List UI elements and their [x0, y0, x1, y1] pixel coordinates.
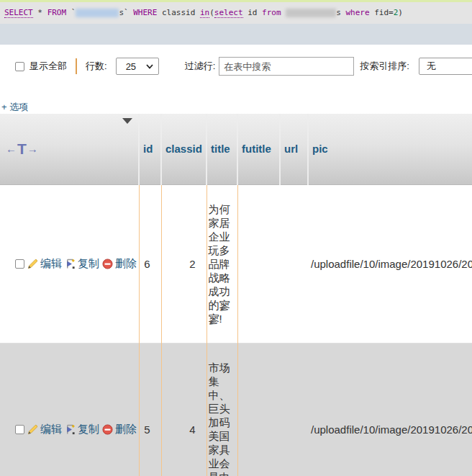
sql-text: ) — [398, 8, 403, 17]
query-box-footer — [0, 24, 472, 45]
sort-by-index-value: 无 — [427, 60, 436, 73]
sort-by-index-label: 按索引排序: — [360, 60, 409, 73]
sql-text: classid — [157, 8, 200, 17]
cell-futitle — [237, 184, 280, 343]
sql-text: fid= — [370, 8, 394, 17]
edit-row-link[interactable]: 编辑 — [27, 423, 62, 436]
cell-id: 5 — [139, 343, 161, 476]
sql-text — [281, 8, 286, 17]
delete-label: 删除 — [115, 423, 137, 436]
rows-count-select[interactable]: 25 — [116, 58, 159, 75]
edit-label: 编辑 — [40, 423, 62, 436]
sql-text: s` — [119, 8, 133, 17]
sql-text: ( — [209, 8, 214, 17]
sql-keyword-in-link[interactable]: in — [200, 8, 209, 18]
filter-rows-input[interactable] — [219, 57, 354, 76]
sql-text: * — [33, 8, 47, 17]
row-select-checkbox[interactable] — [15, 259, 24, 269]
copy-row-link[interactable]: 复制 — [65, 423, 99, 436]
column-header-url[interactable]: url — [280, 114, 308, 184]
sql-text: id — [243, 8, 263, 17]
results-controls-bar: 显示全部 行数: 25 过滤行: 按索引排序: 无 — [0, 55, 472, 78]
cell-id: 6 — [139, 184, 161, 343]
chevron-down-icon — [146, 64, 153, 69]
edit-label: 编辑 — [40, 257, 62, 271]
cell-url — [280, 343, 308, 476]
redacted-table-name — [76, 9, 119, 17]
cell-pic: /uploadfile/10/image/20191026/201 — [308, 184, 472, 343]
cell-url — [280, 184, 308, 343]
column-header-id[interactable]: id — [139, 114, 161, 184]
sql-text: s — [336, 8, 345, 17]
sql-query-display: SELECT * FROM `s` WHERE classid in(selec… — [0, 2, 472, 24]
show-all-checkbox[interactable] — [15, 62, 24, 71]
cell-title: 市场集中、巨头加码美国家具业会是中国的 — [206, 343, 237, 476]
show-all-label: 显示全部 — [30, 60, 67, 73]
arrow-right-icon: → — [27, 143, 38, 155]
sort-by-index-select[interactable]: 无 — [419, 58, 472, 75]
row-actions-cell: 编辑 复制 删除 — [0, 343, 139, 476]
sql-keyword-from: FROM — [47, 8, 67, 17]
table-row: 编辑 复制 删除 6 2 为何家居企业玩多品牌战略成功的寥寥! /uploadf… — [0, 184, 472, 343]
results-table-header: ← T → id classid title futitle url pic — [0, 114, 472, 184]
options-toggle-link[interactable]: + 选项 — [1, 101, 28, 114]
copy-label: 复制 — [78, 423, 99, 436]
copy-insert-icon — [65, 424, 76, 435]
toggle-t-icon: T — [17, 143, 27, 156]
column-header-title[interactable]: title — [206, 114, 237, 184]
row-actions-cell: 编辑 复制 删除 — [0, 184, 139, 343]
sql-keyword-select-link[interactable]: SELECT — [4, 8, 33, 18]
sql-text: ` — [66, 8, 76, 17]
options-dropdown-triangle-icon[interactable] — [122, 118, 132, 124]
pencil-icon — [27, 424, 38, 435]
sql-keyword-from2: from — [262, 8, 281, 17]
redacted-table-name-2 — [286, 9, 336, 17]
column-header-futitle[interactable]: futitle — [237, 114, 280, 184]
rows-count-value: 25 — [126, 61, 136, 72]
sql-keyword-where2: where — [345, 8, 369, 17]
delete-minus-icon — [102, 424, 113, 435]
copy-insert-icon — [65, 259, 76, 269]
pencil-icon — [27, 259, 38, 269]
delete-row-link[interactable]: 删除 — [102, 423, 137, 436]
delete-row-link[interactable]: 删除 — [102, 257, 137, 271]
column-visibility-toggle[interactable]: ← T → — [4, 143, 38, 156]
sql-keyword-where: WHERE — [133, 8, 157, 17]
copy-label: 复制 — [78, 257, 99, 271]
row-select-checkbox[interactable] — [15, 425, 24, 434]
cell-futitle — [237, 343, 280, 476]
edit-row-link[interactable]: 编辑 — [27, 257, 62, 271]
delete-minus-icon — [102, 259, 113, 269]
cell-classid: 2 — [161, 184, 206, 343]
column-header-pic[interactable]: pic — [308, 114, 472, 184]
header-actions-cell: ← T → — [0, 114, 139, 184]
cell-pic: /uploadfile/10/image/20191026/201 — [308, 343, 472, 476]
rows-count-label: 行数: — [86, 60, 107, 73]
results-table: ← T → id classid title futitle url pic 编… — [0, 114, 472, 476]
sql-keyword-select2-link[interactable]: select — [214, 8, 243, 18]
cell-classid: 4 — [161, 343, 206, 476]
arrow-left-icon: ← — [6, 143, 17, 155]
table-row: 编辑 复制 删除 5 4 市场集中、巨头加码美国家具业会是中国的 /upload… — [0, 343, 472, 476]
copy-row-link[interactable]: 复制 — [65, 257, 99, 271]
cell-title: 为何家居企业玩多品牌战略成功的寥寥! — [206, 184, 237, 343]
filter-rows-label: 过滤行: — [185, 60, 216, 73]
controls-divider — [76, 58, 77, 74]
delete-label: 删除 — [115, 257, 137, 271]
column-header-classid[interactable]: classid — [161, 114, 206, 184]
